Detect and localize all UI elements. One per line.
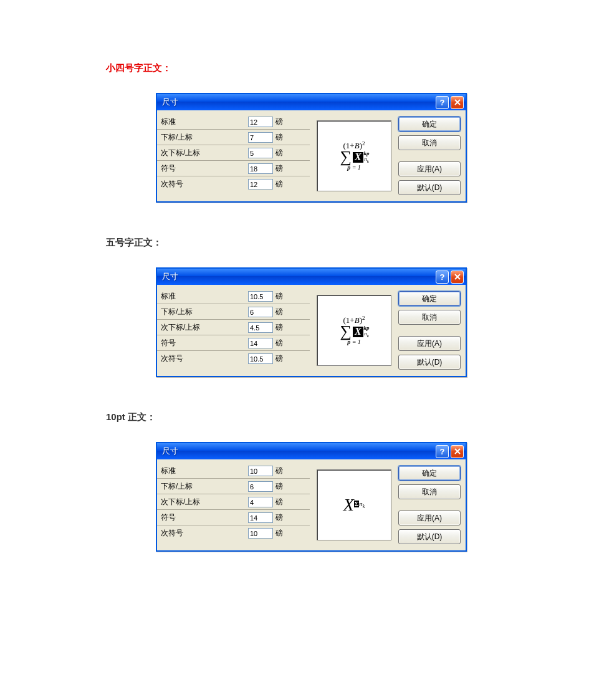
document-page: 小四号字正文： 尺寸 ? 标准 12 磅 — [0, 0, 589, 700]
question-icon: ? — [440, 98, 445, 107]
field-row-symbol: 符号 14 磅 — [157, 510, 310, 525]
default-button[interactable]: 默认(D) — [398, 529, 461, 544]
field-row-subsymbol: 次符号 10 磅 — [157, 525, 310, 541]
apply-button[interactable]: 应用(A) — [398, 336, 461, 351]
standard-input[interactable]: 10.5 — [248, 291, 273, 302]
subsup-input[interactable]: 6 — [248, 481, 273, 492]
dialog-body: 标准 10.5 磅 下标/上标 6 磅 次下标/上标 4.5 磅 — [157, 285, 466, 376]
field-label: 次下标/上标 — [161, 497, 248, 507]
symbol-input[interactable]: 14 — [248, 338, 273, 348]
ok-button[interactable]: 确定 — [398, 117, 461, 132]
close-icon — [454, 448, 461, 454]
buttons-column: 确定 取消 应用(A) 默认(D) — [398, 114, 462, 198]
subsup-input[interactable]: 6 — [248, 307, 273, 317]
dialog-titlebar[interactable]: 尺寸 ? — [157, 269, 466, 285]
field-row-subsymbol: 次符号 10.5 磅 — [157, 351, 310, 367]
subsymbol-input[interactable]: 10 — [248, 528, 273, 539]
field-row-symbol: 符号 18 磅 — [157, 161, 310, 176]
field-row-subsubsup: 次下标/上标 4.5 磅 — [157, 320, 310, 335]
field-row-symbol: 符号 14 磅 — [157, 335, 310, 351]
cancel-button[interactable]: 取消 — [398, 310, 461, 325]
field-row-subsup: 下标/上标 6 磅 — [157, 479, 310, 494]
unit-label: 磅 — [275, 466, 283, 476]
default-button[interactable]: 默认(D) — [398, 180, 461, 195]
section-heading: 10pt 正文： — [106, 411, 589, 423]
fields-column: 标准 10.5 磅 下标/上标 6 磅 次下标/上标 4.5 磅 — [157, 289, 310, 372]
titlebar-buttons: ? — [436, 271, 464, 284]
field-label: 次下标/上标 — [161, 148, 248, 158]
help-button[interactable]: ? — [436, 445, 449, 458]
close-icon — [454, 274, 461, 280]
unit-label: 磅 — [275, 148, 283, 158]
dialog-body: 标准 10 磅 下标/上标 6 磅 次下标/上标 4 磅 — [157, 459, 466, 550]
close-icon — [454, 99, 461, 105]
field-label: 下标/上标 — [161, 307, 248, 317]
subsymbol-input[interactable]: 12 — [248, 179, 273, 189]
subsup-input[interactable]: 7 — [248, 132, 273, 143]
unit-label: 磅 — [275, 307, 283, 317]
standard-input[interactable]: 12 — [248, 117, 273, 127]
field-label: 下标/上标 — [161, 481, 248, 492]
preview-column: XΣnk — [310, 463, 398, 547]
subsubsup-input[interactable]: 5 — [248, 148, 273, 158]
field-row-subsubsup: 次下标/上标 4 磅 — [157, 494, 310, 510]
field-label: 次符号 — [161, 353, 248, 364]
unit-label: 磅 — [275, 322, 283, 333]
apply-button[interactable]: 应用(A) — [398, 511, 461, 525]
unit-label: 磅 — [275, 179, 283, 189]
field-label: 符号 — [161, 512, 248, 523]
standard-input[interactable]: 10 — [248, 466, 273, 476]
dialog-body: 标准 12 磅 下标/上标 7 磅 次下标/上标 5 磅 — [157, 110, 466, 201]
buttons-column: 确定 取消 应用(A) 默认(D) — [398, 463, 462, 547]
section-heading: 小四号字正文： — [106, 62, 589, 74]
subsymbol-input[interactable]: 10.5 — [248, 353, 273, 364]
field-row-subsymbol: 次符号 12 磅 — [157, 176, 310, 192]
field-label: 标准 — [161, 291, 248, 302]
close-button[interactable] — [451, 96, 464, 109]
unit-label: 磅 — [275, 132, 283, 143]
field-row-subsubsup: 次下标/上标 5 磅 — [157, 145, 310, 161]
subsubsup-input[interactable]: 4 — [248, 497, 273, 507]
field-label: 符号 — [161, 338, 248, 348]
unit-label: 磅 — [275, 481, 283, 492]
section-heading: 五号字正文： — [106, 237, 589, 249]
ok-button[interactable]: 确定 — [398, 291, 461, 306]
field-label: 次符号 — [161, 179, 248, 189]
section-10pt: 10pt 正文： 尺寸 ? 标准 10 磅 — [106, 411, 589, 552]
dialog-title: 尺寸 — [162, 446, 436, 457]
close-button[interactable] — [451, 445, 464, 458]
formula-preview: XΣnk — [317, 469, 391, 540]
field-label: 标准 — [161, 466, 248, 476]
apply-button[interactable]: 应用(A) — [398, 161, 461, 176]
symbol-input[interactable]: 18 — [248, 163, 273, 174]
unit-label: 磅 — [275, 353, 283, 364]
help-button[interactable]: ? — [436, 96, 449, 109]
field-row-standard: 标准 10 磅 — [157, 463, 310, 479]
ok-button[interactable]: 确定 — [398, 466, 461, 481]
formula-preview: (1+B)2 ∑ X kp nk p = 1 — [317, 295, 391, 366]
field-row-subsup: 下标/上标 6 磅 — [157, 304, 310, 320]
cancel-button[interactable]: 取消 — [398, 484, 461, 499]
field-row-standard: 标准 12 磅 — [157, 114, 310, 130]
field-label: 符号 — [161, 163, 248, 174]
size-dialog: 尺寸 ? 标准 10 磅 下标/上标 6 — [156, 442, 467, 552]
dialog-titlebar[interactable]: 尺寸 ? — [157, 443, 466, 459]
size-dialog: 尺寸 ? 标准 12 磅 下标/上标 7 — [156, 93, 467, 203]
default-button[interactable]: 默认(D) — [398, 355, 461, 370]
preview-column: (1+B)2 ∑ X kp nk p = 1 — [310, 114, 398, 198]
field-label: 下标/上标 — [161, 132, 248, 143]
field-label: 次下标/上标 — [161, 322, 248, 333]
unit-label: 磅 — [275, 117, 283, 127]
section-wuhao: 五号字正文： 尺寸 ? 标准 10.5 磅 — [106, 237, 589, 377]
help-button[interactable]: ? — [436, 271, 449, 284]
dialog-title: 尺寸 — [162, 271, 436, 282]
unit-label: 磅 — [275, 163, 283, 174]
dialog-titlebar[interactable]: 尺寸 ? — [157, 94, 466, 110]
size-dialog: 尺寸 ? 标准 10.5 磅 下标/上标 — [156, 267, 467, 377]
close-button[interactable] — [451, 271, 464, 284]
field-row-standard: 标准 10.5 磅 — [157, 289, 310, 304]
cancel-button[interactable]: 取消 — [398, 135, 461, 150]
subsubsup-input[interactable]: 4.5 — [248, 322, 273, 333]
section-xiaosi: 小四号字正文： 尺寸 ? 标准 12 磅 — [106, 62, 589, 203]
symbol-input[interactable]: 14 — [248, 512, 273, 523]
